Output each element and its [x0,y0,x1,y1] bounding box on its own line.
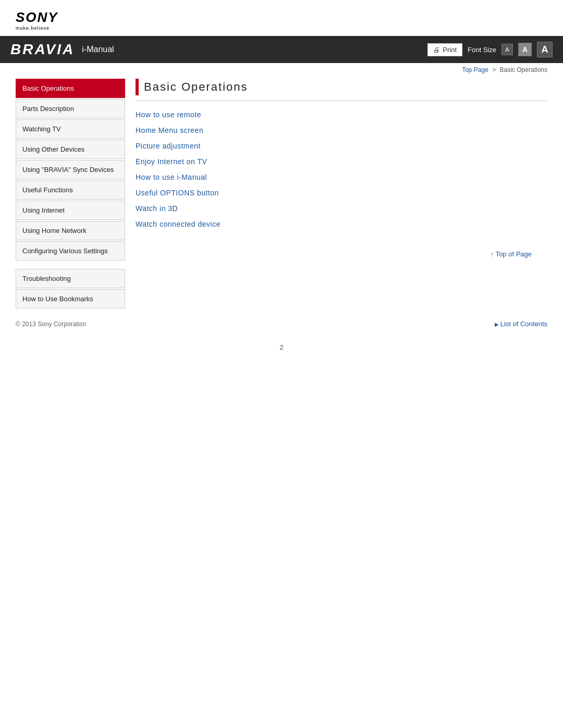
breadcrumb-top-page-link[interactable]: Top Page [462,66,488,73]
page-title: Basic Operations [144,80,248,94]
sidebar-spacer [16,262,125,269]
link-watch-in-3d[interactable]: Watch in 3D [136,204,547,213]
bravia-title: BRAVIA i-Manual [10,41,114,58]
font-size-medium-button[interactable]: A [518,43,532,56]
font-size-label: Font Size [468,46,496,54]
main-layout: Basic Operations Parts Description Watch… [0,79,563,310]
print-label: Print [443,46,457,54]
sony-text: SONY [16,9,58,26]
page-title-bar: Basic Operations [136,79,547,101]
sidebar-item-using-other-devices[interactable]: Using Other Devices [16,140,125,159]
link-picture-adjustment[interactable]: Picture adjustment [136,142,547,150]
page-number: 2 [0,343,563,362]
font-size-small-button[interactable]: A [501,44,513,55]
bottom-footer: © 2013 Sony Corporation List of Contents [0,315,563,333]
list-of-contents-link[interactable]: List of Contents [495,320,547,328]
sidebar-item-watching-tv[interactable]: Watching TV [16,119,125,139]
nav-controls: 🖨 Print Font Size A A A [427,42,553,57]
copyright-text: © 2013 Sony Corporation [16,320,87,328]
sidebar-item-troubleshooting[interactable]: Troubleshooting [16,269,125,288]
sidebar-item-using-home-network[interactable]: Using Home Network [16,221,125,240]
top-of-page-link[interactable]: Top of Page [491,250,532,258]
tagline: make.believe [16,26,50,31]
breadcrumb-separator: > [492,66,496,73]
bravia-logo: BRAVIA [10,41,75,58]
sony-logo: SONY make.believe [16,9,547,31]
sidebar-item-using-bravia-sync[interactable]: Using "BRAVIA" Sync Devices [16,160,125,179]
breadcrumb: Top Page > Basic Operations [0,63,563,77]
i-manual-label: i-Manual [82,45,114,54]
link-home-menu-screen[interactable]: Home Menu screen [136,126,547,134]
link-useful-options-button[interactable]: Useful OPTIONS button [136,189,547,197]
sidebar-item-using-internet[interactable]: Using Internet [16,201,125,220]
sidebar-item-basic-operations[interactable]: Basic Operations [16,79,125,98]
link-how-to-use-remote[interactable]: How to use remote [136,110,547,119]
sidebar-item-parts-description[interactable]: Parts Description [16,99,125,118]
content-area: Basic Operations How to use remote Home … [136,79,547,310]
nav-bar: BRAVIA i-Manual 🖨 Print Font Size A A A [0,36,563,63]
link-watch-connected-device[interactable]: Watch connected device [136,220,547,228]
sidebar: Basic Operations Parts Description Watch… [16,79,125,310]
breadcrumb-current: Basic Operations [500,66,547,73]
font-size-large-button[interactable]: A [537,42,553,57]
page-footer: Top of Page [136,249,547,258]
link-enjoy-internet-on-tv[interactable]: Enjoy Internet on TV [136,157,547,166]
print-button[interactable]: 🖨 Print [427,43,462,56]
sidebar-item-configuring-settings[interactable]: Configuring Various Settings [16,241,125,261]
sidebar-item-useful-functions[interactable]: Useful Functions [16,180,125,200]
sidebar-item-how-to-bookmarks[interactable]: How to Use Bookmarks [16,289,125,309]
print-icon: 🖨 [433,46,440,54]
page-title-accent [136,79,139,95]
top-bar: SONY make.believe [0,0,563,36]
link-how-to-use-imanual[interactable]: How to use i-Manual [136,173,547,181]
